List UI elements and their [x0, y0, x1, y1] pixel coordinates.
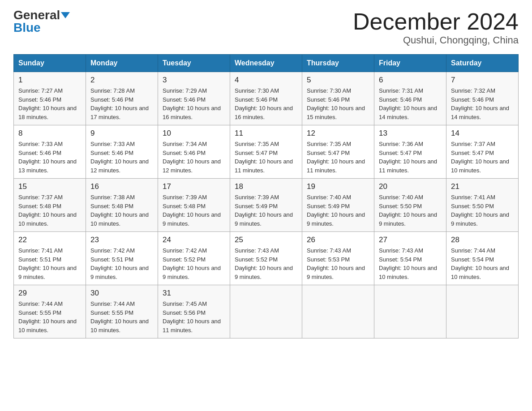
day-number: 4 — [235, 76, 297, 85]
day-info: Sunrise: 7:44 AMSunset: 5:54 PMDaylight:… — [451, 246, 514, 281]
calendar-table: SundayMondayTuesdayWednesdayThursdayFrid… — [13, 54, 519, 338]
day-info: Sunrise: 7:29 AMSunset: 5:46 PMDaylight:… — [163, 86, 225, 121]
calendar-cell: 12Sunrise: 7:35 AMSunset: 5:47 PMDayligh… — [302, 125, 374, 179]
logo-arrow-icon — [61, 12, 70, 18]
logo-blue-text: Blue — [13, 21, 41, 34]
day-number: 21 — [451, 182, 514, 191]
day-info: Sunrise: 7:33 AMSunset: 5:46 PMDaylight:… — [18, 140, 81, 175]
calendar-cell: 6Sunrise: 7:31 AMSunset: 5:46 PMDaylight… — [374, 72, 446, 125]
day-info: Sunrise: 7:43 AMSunset: 5:54 PMDaylight:… — [379, 246, 442, 281]
title-area: December 2024 Qushui, Chongqing, China — [353, 9, 519, 46]
day-info: Sunrise: 7:44 AMSunset: 5:55 PMDaylight:… — [18, 300, 81, 334]
calendar-week-row: 22Sunrise: 7:41 AMSunset: 5:51 PMDayligh… — [14, 232, 519, 285]
day-info: Sunrise: 7:37 AMSunset: 5:48 PMDaylight:… — [18, 193, 81, 228]
day-info: Sunrise: 7:35 AMSunset: 5:47 PMDaylight:… — [235, 140, 297, 175]
calendar-cell: 28Sunrise: 7:44 AMSunset: 5:54 PMDayligh… — [446, 232, 519, 285]
calendar-cell — [230, 285, 302, 338]
day-number: 31 — [163, 289, 225, 298]
day-number: 3 — [163, 76, 225, 85]
day-number: 13 — [379, 129, 442, 138]
calendar-cell: 30Sunrise: 7:44 AMSunset: 5:55 PMDayligh… — [86, 285, 158, 338]
day-number: 27 — [379, 235, 442, 244]
header-day-tuesday: Tuesday — [158, 55, 230, 72]
header: General Blue December 2024 Qushui, Chong… — [13, 9, 519, 46]
location-title: Qushui, Chongqing, China — [353, 34, 519, 46]
header-day-friday: Friday — [374, 55, 446, 72]
calendar-cell: 20Sunrise: 7:40 AMSunset: 5:50 PMDayligh… — [374, 179, 446, 232]
calendar-cell — [446, 285, 519, 338]
day-info: Sunrise: 7:30 AMSunset: 5:46 PMDaylight:… — [235, 86, 297, 121]
day-info: Sunrise: 7:33 AMSunset: 5:46 PMDaylight:… — [90, 140, 153, 175]
calendar-cell: 27Sunrise: 7:43 AMSunset: 5:54 PMDayligh… — [374, 232, 446, 285]
calendar-cell: 9Sunrise: 7:33 AMSunset: 5:46 PMDaylight… — [86, 125, 158, 179]
day-number: 29 — [18, 289, 81, 298]
day-number: 16 — [90, 182, 153, 191]
day-number: 18 — [235, 182, 297, 191]
calendar-week-row: 1Sunrise: 7:27 AMSunset: 5:46 PMDaylight… — [14, 72, 519, 125]
calendar-cell — [374, 285, 446, 338]
calendar-cell: 29Sunrise: 7:44 AMSunset: 5:55 PMDayligh… — [14, 285, 86, 338]
calendar-cell: 21Sunrise: 7:41 AMSunset: 5:50 PMDayligh… — [446, 179, 519, 232]
calendar-cell: 16Sunrise: 7:38 AMSunset: 5:48 PMDayligh… — [86, 179, 158, 232]
calendar-cell: 15Sunrise: 7:37 AMSunset: 5:48 PMDayligh… — [14, 179, 86, 232]
calendar-cell: 24Sunrise: 7:42 AMSunset: 5:52 PMDayligh… — [158, 232, 230, 285]
calendar-cell — [302, 285, 374, 338]
header-day-thursday: Thursday — [302, 55, 374, 72]
logo-blue-label: Blue — [13, 21, 41, 34]
header-day-monday: Monday — [86, 55, 158, 72]
calendar-cell: 11Sunrise: 7:35 AMSunset: 5:47 PMDayligh… — [230, 125, 302, 179]
day-info: Sunrise: 7:27 AMSunset: 5:46 PMDaylight:… — [18, 86, 81, 121]
calendar-cell: 31Sunrise: 7:45 AMSunset: 5:56 PMDayligh… — [158, 285, 230, 338]
calendar-header-row: SundayMondayTuesdayWednesdayThursdayFrid… — [14, 55, 519, 72]
day-number: 20 — [379, 182, 442, 191]
logo-general-text: General — [13, 9, 70, 21]
day-info: Sunrise: 7:44 AMSunset: 5:55 PMDaylight:… — [90, 300, 153, 334]
day-number: 30 — [90, 289, 153, 298]
calendar-cell: 4Sunrise: 7:30 AMSunset: 5:46 PMDaylight… — [230, 72, 302, 125]
calendar-cell: 14Sunrise: 7:37 AMSunset: 5:47 PMDayligh… — [446, 125, 519, 179]
day-number: 22 — [18, 235, 81, 244]
day-info: Sunrise: 7:42 AMSunset: 5:51 PMDaylight:… — [90, 246, 153, 281]
day-number: 1 — [18, 76, 81, 85]
day-number: 2 — [90, 76, 153, 85]
calendar-cell: 19Sunrise: 7:40 AMSunset: 5:49 PMDayligh… — [302, 179, 374, 232]
day-number: 26 — [307, 235, 369, 244]
calendar-cell: 5Sunrise: 7:30 AMSunset: 5:46 PMDaylight… — [302, 72, 374, 125]
header-day-wednesday: Wednesday — [230, 55, 302, 72]
day-info: Sunrise: 7:38 AMSunset: 5:48 PMDaylight:… — [90, 193, 153, 228]
logo: General Blue — [13, 9, 70, 34]
calendar-cell: 18Sunrise: 7:39 AMSunset: 5:49 PMDayligh… — [230, 179, 302, 232]
header-day-saturday: Saturday — [446, 55, 519, 72]
day-info: Sunrise: 7:41 AMSunset: 5:51 PMDaylight:… — [18, 246, 81, 281]
day-info: Sunrise: 7:39 AMSunset: 5:49 PMDaylight:… — [235, 193, 297, 228]
day-number: 5 — [307, 76, 369, 85]
day-number: 6 — [379, 76, 442, 85]
day-number: 17 — [163, 182, 225, 191]
day-info: Sunrise: 7:31 AMSunset: 5:46 PMDaylight:… — [379, 86, 442, 121]
calendar-cell: 7Sunrise: 7:32 AMSunset: 5:46 PMDaylight… — [446, 72, 519, 125]
day-number: 15 — [18, 182, 81, 191]
logo-general-label: General — [13, 8, 60, 22]
calendar-week-row: 29Sunrise: 7:44 AMSunset: 5:55 PMDayligh… — [14, 285, 519, 338]
calendar-cell: 17Sunrise: 7:39 AMSunset: 5:48 PMDayligh… — [158, 179, 230, 232]
calendar-cell: 13Sunrise: 7:36 AMSunset: 5:47 PMDayligh… — [374, 125, 446, 179]
day-number: 23 — [90, 235, 153, 244]
calendar-cell: 26Sunrise: 7:43 AMSunset: 5:53 PMDayligh… — [302, 232, 374, 285]
calendar-cell: 22Sunrise: 7:41 AMSunset: 5:51 PMDayligh… — [14, 232, 86, 285]
day-number: 14 — [451, 129, 514, 138]
calendar-cell: 25Sunrise: 7:43 AMSunset: 5:52 PMDayligh… — [230, 232, 302, 285]
calendar-cell: 2Sunrise: 7:28 AMSunset: 5:46 PMDaylight… — [86, 72, 158, 125]
day-number: 25 — [235, 235, 297, 244]
day-info: Sunrise: 7:28 AMSunset: 5:46 PMDaylight:… — [90, 86, 153, 121]
day-number: 11 — [235, 129, 297, 138]
header-day-sunday: Sunday — [14, 55, 86, 72]
calendar-cell: 23Sunrise: 7:42 AMSunset: 5:51 PMDayligh… — [86, 232, 158, 285]
day-info: Sunrise: 7:45 AMSunset: 5:56 PMDaylight:… — [163, 300, 225, 334]
calendar-cell: 10Sunrise: 7:34 AMSunset: 5:46 PMDayligh… — [158, 125, 230, 179]
day-info: Sunrise: 7:30 AMSunset: 5:46 PMDaylight:… — [307, 86, 369, 121]
day-number: 8 — [18, 129, 81, 138]
day-number: 7 — [451, 76, 514, 85]
day-number: 12 — [307, 129, 369, 138]
calendar-cell: 1Sunrise: 7:27 AMSunset: 5:46 PMDaylight… — [14, 72, 86, 125]
calendar-cell: 3Sunrise: 7:29 AMSunset: 5:46 PMDaylight… — [158, 72, 230, 125]
